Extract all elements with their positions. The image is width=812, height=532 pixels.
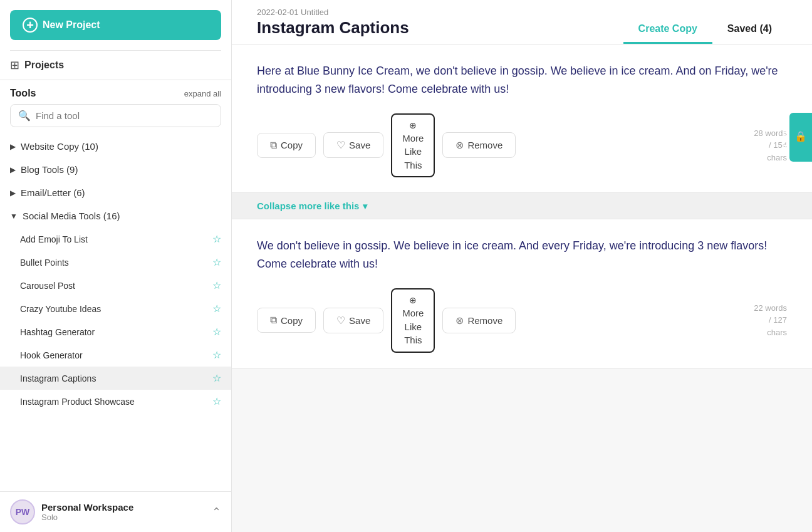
sidebar-item-hashtag-gen[interactable]: Hashtag Generator ☆ [0,320,231,343]
content-area: Here at Blue Bunny Ice Cream, we don't b… [232,44,812,532]
top-bar: 2022-02-01 Untitled Instagram Captions C… [232,0,812,44]
sidebar-item-crazy-youtube[interactable]: Crazy Youtube Ideas ☆ [0,297,231,320]
tab-create-copy[interactable]: Create Copy [623,17,712,44]
new-project-label: New Project [43,19,100,31]
category-label: Social Media Tools (16) [23,211,120,221]
remove-icon: ⊗ [455,315,464,326]
star-icon[interactable]: ☆ [212,372,221,384]
category-label: Email/Letter (6) [21,187,85,198]
workspace-plan: Solo [41,513,133,522]
copy-button-2[interactable]: ⧉ Copy [257,308,316,333]
sidebar: + New Project ⊞ Projects Tools expand al… [0,0,232,532]
main-content: 2022-02-01 Untitled Instagram Captions C… [232,0,812,532]
remove-icon: ⊗ [455,139,464,151]
card-actions-1: ⧉ Copy ♡ Save ⊕ More Like This ⊗ Remove [257,113,787,178]
save-button-2[interactable]: ♡ Save [323,308,383,333]
arrow-down-icon: ▼ [10,212,18,221]
projects-section[interactable]: ⊞ Projects [0,51,231,80]
copy-button-1[interactable]: ⧉ Copy [257,133,316,158]
heart-icon: ♡ [336,139,345,151]
star-icon[interactable]: ☆ [212,326,221,338]
more-like-this-button-1[interactable]: ⊕ More Like This [391,113,435,178]
search-box: 🔍 [10,104,221,127]
plus-icon: + [23,18,38,33]
top-bar-right: Create Copy Saved (4) [623,17,787,44]
top-bar-left: 2022-02-01 Untitled Instagram Captions [257,8,409,44]
collapse-bar: Collapse more like this ▾ [232,193,812,219]
plus-circle-icon: ⊕ [409,120,417,131]
new-project-button[interactable]: + New Project [10,10,221,40]
expand-all-link[interactable]: expand all [184,89,221,98]
sidebar-item-instagram-product[interactable]: Instagram Product Showcase ☆ [0,390,231,413]
page-title: Instagram Captions [257,18,409,38]
search-input[interactable] [36,110,213,121]
projects-grid-icon: ⊞ [10,58,19,72]
category-social-media[interactable]: ▼ Social Media Tools (16) [0,204,231,227]
copy-icon: ⧉ [270,315,277,326]
more-like-this-button-2[interactable]: ⊕ More Like This [391,288,435,353]
sidebar-item-bullet-points[interactable]: Bullet Points ☆ [0,251,231,274]
star-icon[interactable]: ☆ [212,303,221,315]
category-label: Blog Tools (9) [21,164,78,175]
category-website-copy[interactable]: ▶ Website Copy (10) [0,135,231,158]
star-icon[interactable]: ☆ [212,349,221,361]
copy-text-1: Here at Blue Bunny Ice Cream, we don't b… [257,62,787,98]
workspace-info: PW Personal Workspace Solo [10,499,133,524]
sidebar-item-carousel-post[interactable]: Carousel Post ☆ [0,274,231,297]
sidebar-footer: PW Personal Workspace Solo ⌃ [0,491,231,532]
breadcrumb: 2022-02-01 Untitled [257,8,409,17]
sidebar-item-add-emoji[interactable]: Add Emoji To List ☆ [0,227,231,251]
remove-button-1[interactable]: ⊗ Remove [442,132,516,158]
avatar: PW [10,499,35,524]
arrow-icon: ▶ [10,165,16,174]
remove-button-2[interactable]: ⊗ Remove [442,308,516,333]
lock-icon: 🔒 [794,130,807,142]
star-icon[interactable]: ☆ [212,395,221,407]
card-actions-2: ⧉ Copy ♡ Save ⊕ More Like This ⊗ Remove [257,288,787,353]
sidebar-item-hook-gen[interactable]: Hook Generator ☆ [0,343,231,367]
star-icon[interactable]: ☆ [212,233,221,245]
tab-saved[interactable]: Saved (4) [712,17,787,44]
category-blog-tools[interactable]: ▶ Blog Tools (9) [0,158,231,181]
star-icon[interactable]: ☆ [212,256,221,268]
workspace-text: Personal Workspace Solo [41,502,133,522]
tools-label: Tools [10,88,36,99]
workspace-chevron-icon[interactable]: ⌃ [212,505,221,519]
heart-icon: ♡ [336,315,345,326]
save-button-1[interactable]: ♡ Save [323,132,383,158]
copy-text-2: We don't believe in gossip. We believe i… [257,237,787,273]
plus-circle-icon: ⊕ [409,295,417,306]
arrow-icon: ▶ [10,189,16,197]
tools-list: ▶ Website Copy (10) ▶ Blog Tools (9) ▶ E… [0,135,231,491]
copy-card-1: Here at Blue Bunny Ice Cream, we don't b… [232,44,812,193]
close-side-tab[interactable]: 🔒 Close [789,113,812,162]
sidebar-item-instagram-captions[interactable]: Instagram Captions ☆ [0,367,231,390]
category-email-letter[interactable]: ▶ Email/Letter (6) [0,181,231,204]
category-label: Website Copy (10) [21,141,98,152]
workspace-name: Personal Workspace [41,502,133,513]
copy-card-2: We don't believe in gossip. We believe i… [232,219,812,368]
tools-header: Tools expand all [0,80,231,104]
arrow-icon: ▶ [10,142,16,151]
copy-icon: ⧉ [270,140,277,151]
collapse-link[interactable]: Collapse more like this ▾ [257,201,787,211]
search-icon: 🔍 [18,110,31,122]
chevron-down-icon: ▾ [363,201,367,211]
star-icon[interactable]: ☆ [212,279,221,291]
projects-label: Projects [24,60,64,71]
word-count-2: 22 words / 127 chars [754,302,787,339]
